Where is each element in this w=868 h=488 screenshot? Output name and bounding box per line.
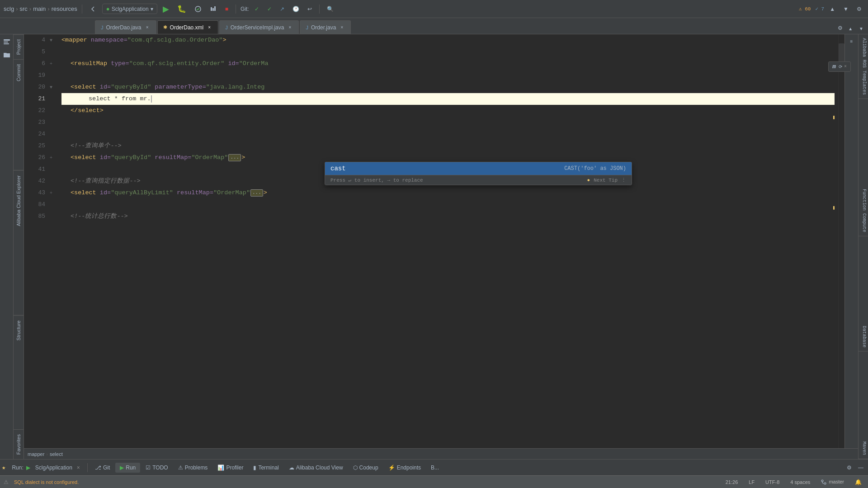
ln-42: 42 (24, 175, 45, 187)
run-button[interactable]: ▶ (160, 2, 172, 16)
profile-button[interactable] (207, 4, 220, 14)
search-button[interactable]: 🔍 (324, 4, 336, 14)
commit-panel-label[interactable]: Commit (14, 59, 24, 86)
close-orderdao-xml[interactable]: × (206, 24, 212, 31)
expand-up-btn[interactable]: ▲ (827, 4, 838, 14)
fold-4[interactable]: ▼ (49, 34, 58, 46)
coverage-button[interactable] (192, 4, 204, 14)
run-divider (87, 463, 88, 472)
fold-25 (49, 140, 58, 152)
fold-26[interactable]: + (49, 152, 58, 164)
fold-42 (49, 175, 58, 187)
bottom-settings-btn[interactable]: ⚙ (844, 463, 854, 473)
git-check-btn[interactable]: ✓ (264, 4, 274, 14)
close-orderdao-java[interactable]: × (144, 24, 151, 31)
tab-orderserviceimpl[interactable]: J OrderServiceImpl.java × (219, 20, 299, 34)
database-label[interactable]: Database (859, 322, 868, 352)
alibaba-view-btn[interactable]: ☁ Alibaba Cloud View (284, 463, 348, 473)
alibaba-cloud-explorer-label[interactable]: Alibaba Cloud Explorer (14, 170, 24, 231)
ln-41: 41 (24, 164, 45, 175)
favorite-star[interactable]: ★ (2, 464, 5, 471)
run-app-name: SclgApplication (35, 465, 72, 471)
vcs-branch[interactable]: master (818, 479, 847, 485)
problems-bottom-btn[interactable]: ⚠ Problems (174, 463, 212, 473)
ln-23: 23 (24, 117, 45, 128)
git-history-btn[interactable]: 🕐 (290, 4, 302, 14)
encoding[interactable]: UTF-8 (763, 479, 782, 485)
breadcrumb-main[interactable]: main (33, 5, 46, 12)
git-undo-btn[interactable]: ↩ (305, 4, 315, 14)
tab-order-java[interactable]: J Order.java × (300, 20, 351, 34)
todo-label: TODO (152, 465, 168, 471)
tip-text: Press ↵ to insert, → to replace (330, 177, 423, 183)
back-button[interactable] (87, 4, 99, 14)
git-commit-btn[interactable]: ✓ (252, 4, 262, 14)
cursor-position[interactable]: 21:26 (723, 479, 741, 485)
breadcrumb-resources[interactable]: resources (52, 5, 77, 12)
function-compute-label[interactable]: Function Compute (859, 185, 868, 236)
fold-21 (49, 93, 58, 105)
more-bottom-btn[interactable]: B... (426, 463, 443, 473)
fold-24 (49, 128, 58, 140)
favorites-panel-label[interactable]: Favorites (14, 430, 24, 459)
todo-bottom-btn[interactable]: ☑ TODO (141, 463, 172, 473)
breadcrumb-src[interactable]: src (19, 5, 27, 12)
collapse-btn[interactable]: ▲ (845, 24, 855, 33)
run-bottom-btn[interactable]: ▶ Run (115, 463, 140, 473)
plugin-icon-m: m (832, 63, 836, 70)
ln-25: 25 (24, 140, 45, 152)
tab-orderdao-xml[interactable]: ✱ OrderDao.xml × (157, 20, 219, 34)
project-tree-icon[interactable] (1, 36, 13, 48)
profiler-bottom-btn[interactable]: 📊 Profiler (213, 463, 248, 473)
code-editor[interactable]: <mapper namespace="com.qf.sclg.dao.Order… (58, 34, 838, 448)
next-tip-btn[interactable]: Next Tip (594, 178, 618, 183)
editor-settings-btn[interactable]: ⚙ (835, 23, 845, 33)
spacer-r3 (859, 352, 868, 438)
alibaba-view-label: Alibaba Cloud View (296, 465, 343, 471)
tab-orderdao-java[interactable]: J OrderDao.java × (95, 20, 156, 34)
git-push-btn[interactable]: ↗ (277, 4, 287, 14)
debug-button[interactable]: 🐛 (175, 3, 189, 15)
bottom-minimize-btn[interactable]: — (855, 463, 866, 473)
java-icon-2: J (225, 25, 228, 30)
settings-btn[interactable]: ⚙ (854, 4, 864, 14)
top-toolbar: sclg › src › main › resources ● SclgAppl… (0, 0, 868, 18)
line-ending[interactable]: LF (746, 479, 757, 485)
breadcrumb-sclg[interactable]: sclg (4, 5, 14, 12)
expand-down-btn[interactable]: ▼ (840, 4, 851, 14)
endpoints-btn[interactable]: ⚡ Endpoints (384, 463, 425, 473)
svg-rect-1 (211, 7, 212, 11)
fold-20[interactable]: ▼ (49, 81, 58, 93)
fold-6[interactable]: + (49, 58, 58, 70)
svg-rect-6 (4, 43, 9, 44)
right-tool-1[interactable]: ≡ (849, 38, 854, 45)
tip-menu-icon[interactable]: ⋮ (621, 177, 626, 183)
codeup-btn[interactable]: ⬡ Codeup (349, 463, 383, 473)
run-close-btn[interactable]: × (77, 465, 80, 471)
ln-6: 6 (24, 58, 45, 70)
git-bottom-btn[interactable]: ⎇ Git (90, 463, 114, 473)
close-order-java[interactable]: × (339, 24, 345, 31)
codeup-label: Codeup (359, 465, 378, 471)
maven-label[interactable]: Maven (859, 438, 868, 459)
autocomplete-item-cast[interactable]: cast CAST('foo' as JSON) (325, 162, 632, 175)
alibaba-ros-label[interactable]: Alibaba ROS Templates (859, 34, 868, 99)
project-panel-label[interactable]: Project (14, 34, 24, 59)
close-orderserviceimpl[interactable]: × (287, 24, 293, 31)
indent-setting[interactable]: 4 spaces (788, 479, 813, 485)
plugin-close-btn[interactable]: × (844, 64, 847, 69)
expand-btn[interactable]: ▼ (856, 24, 866, 33)
structure-panel-label[interactable]: Structure (14, 315, 24, 345)
breadcrumb-mapper[interactable]: mapper (28, 451, 44, 457)
folder-icon[interactable] (1, 49, 13, 61)
fold-43[interactable]: + (49, 187, 58, 199)
fold-23 (49, 117, 58, 128)
stop-button[interactable]: ■ (222, 4, 231, 14)
terminal-bottom-btn[interactable]: ▮ Terminal (249, 463, 283, 473)
terminal-icon: ▮ (253, 465, 256, 471)
mini-scrollbar[interactable] (838, 34, 844, 448)
notifications-btn[interactable]: 🔔 (852, 478, 864, 486)
breadcrumb-select[interactable]: select (50, 451, 63, 457)
run-config-selector[interactable]: ● SclgApplication ▾ (102, 4, 157, 14)
endpoints-icon: ⚡ (388, 465, 395, 471)
